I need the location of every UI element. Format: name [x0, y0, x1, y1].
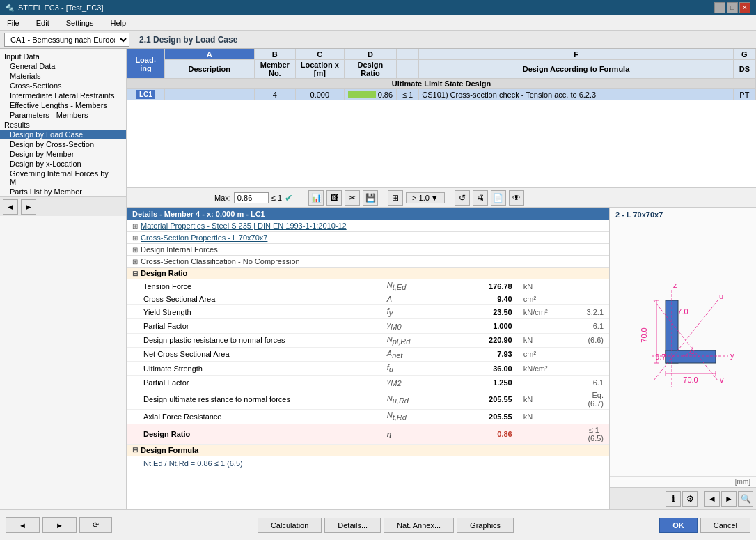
- ratio-row-6: Ultimate Strength fu 36.00 kN/cm²: [127, 361, 609, 375]
- svg-text:y: y: [730, 351, 734, 360]
- ratio-ref-4: (6.6): [572, 333, 609, 347]
- max-value-input[interactable]: [234, 192, 269, 203]
- filter-icon-btn[interactable]: ⊞: [388, 190, 403, 206]
- table-row[interactable]: LC1 4 0.000 0.86 ≤ 1 CS101) Cross-sectio…: [127, 89, 756, 100]
- info-icon-btn[interactable]: ℹ: [666, 491, 681, 507]
- ok-button[interactable]: OK: [659, 518, 698, 533]
- ratio-ref-6: [572, 361, 609, 375]
- cut-icon-btn[interactable]: ✂: [345, 190, 360, 206]
- sidebar-nav-prev[interactable]: ◄: [3, 199, 18, 215]
- cell-formula: CS101) Cross-section check - Tension acc…: [419, 89, 734, 100]
- ratio-sym-6: fu: [381, 361, 455, 375]
- expand-classification-icon: ⊞: [132, 258, 138, 265]
- details-design-formula-section[interactable]: ⊟ Design Formula: [127, 445, 609, 456]
- subheader-ds: DS: [733, 60, 755, 79]
- expand-material-icon: ⊞: [132, 222, 138, 230]
- details-material-section[interactable]: ⊞ Material Properties - Steel S 235 | DI…: [127, 220, 609, 232]
- sidebar-item-cross-sections[interactable]: Cross-Sections: [0, 81, 126, 91]
- sidebar-item-parameters[interactable]: Parameters - Members: [0, 110, 126, 120]
- minimize-button[interactable]: —: [714, 2, 725, 13]
- filter-dropdown[interactable]: > 1.0 ▼: [406, 192, 445, 203]
- right-icon-btn[interactable]: ►: [721, 491, 737, 507]
- sidebar-item-design-load-case[interactable]: Design by Load Case: [0, 130, 126, 139]
- expand-internal-forces-icon: ⊞: [132, 246, 138, 254]
- case-dropdown[interactable]: CA1 - Bemessung nach Eurococ: [4, 33, 129, 47]
- sidebar-item-effective-lengths[interactable]: Effective Lengths - Members: [0, 100, 126, 110]
- sidebar-section-results[interactable]: Results: [0, 120, 126, 130]
- leq-label: ≤ 1: [271, 194, 282, 202]
- sidebar-nav-next[interactable]: ►: [21, 199, 36, 215]
- details-left-panel: Details - Member 4 - x: 0.000 m - LC1 ⊞ …: [127, 208, 610, 509]
- ratio-ref-9: [572, 410, 609, 424]
- cell-description: [164, 89, 254, 100]
- ratio-unit-10: [518, 424, 572, 444]
- ratio-sym-0: Nt,Ed: [381, 279, 455, 293]
- main-panel: Load-ing A B C D F G Description Member …: [127, 49, 756, 509]
- sidebar-item-governing-internal-forces[interactable]: Governing Internal Forces by M: [0, 169, 126, 187]
- check-icon: ✔: [285, 192, 293, 203]
- sidebar-item-parts-list[interactable]: Parts List by Member: [0, 187, 126, 196]
- zoom-icon-btn[interactable]: 🔍: [738, 491, 753, 507]
- ratio-name-10: Design Ratio: [127, 424, 381, 444]
- graphics-button[interactable]: Graphics: [457, 518, 514, 533]
- sidebar-item-design-x-location[interactable]: Design by x-Location: [0, 159, 126, 169]
- left-icon-btn[interactable]: ◄: [704, 491, 720, 507]
- menu-edit[interactable]: Edit: [32, 17, 54, 29]
- ratio-sym-3: γM0: [381, 319, 455, 333]
- nav-prev-button[interactable]: ◄: [6, 517, 40, 533]
- sidebar-section-input[interactable]: Input Data: [0, 52, 126, 61]
- nat-annex-button[interactable]: Nat. Annex...: [384, 518, 454, 533]
- settings-icon-btn[interactable]: ⚙: [682, 491, 698, 507]
- cross-section-link[interactable]: Cross-Section Properties - L 70x70x7: [141, 233, 267, 242]
- sidebar-bottom-toolbar: ◄ ►: [0, 196, 126, 216]
- bottom-bar: ◄ ► ⟳ Calculation Details... Nat. Annex.…: [0, 509, 756, 540]
- ratio-name-4: Design plastic resistance to normal forc…: [127, 333, 381, 347]
- details-internal-forces-section[interactable]: ⊞ Design Internal Forces: [127, 244, 609, 256]
- material-link[interactable]: Material Properties - Steel S 235 | DIN …: [141, 222, 347, 230]
- window-title: STEEL EC3 - [Test_EC3]: [18, 3, 103, 12]
- ratio-name-0: Tension Force: [127, 279, 381, 293]
- sidebar-item-general[interactable]: General Data: [0, 61, 126, 71]
- header-bar: CA1 - Bemessung nach Eurococ 2.1 Design …: [0, 31, 756, 49]
- sidebar-item-design-cross-section[interactable]: Design by Cross-Section: [0, 139, 126, 149]
- table-toolbar: Max: ≤ 1 ✔ 📊 🖼 ✂ 💾 ⊞ > 1.0 ▼ ↺ 🖨 📄: [127, 188, 756, 208]
- ratio-sym-8: Nu,Rd: [381, 389, 455, 410]
- ratio-val-4: 220.90: [454, 333, 517, 347]
- details-right-panel: 2 - L 70x70x7: [610, 208, 756, 509]
- calculation-button[interactable]: Calculation: [258, 518, 322, 533]
- cell-ds: PT: [733, 89, 755, 100]
- ratio-unit-6: kN/cm²: [518, 361, 572, 375]
- sidebar-item-design-member[interactable]: Design by Member: [0, 149, 126, 159]
- image-icon-btn[interactable]: 🖼: [326, 190, 342, 206]
- right-toolbar: ℹ ⚙ ◄ ► 🔍: [610, 487, 756, 509]
- ratio-unit-7: [518, 376, 572, 389]
- details-button[interactable]: Details...: [324, 518, 381, 533]
- close-button[interactable]: ✕: [739, 2, 750, 13]
- cell-ratio: 0.86: [344, 89, 396, 100]
- ratio-name-6: Ultimate Strength: [127, 361, 381, 375]
- menu-settings[interactable]: Settings: [62, 17, 98, 29]
- details-classification-section[interactable]: ⊞ Cross-Section Classification - No Comp…: [127, 256, 609, 268]
- maximize-button[interactable]: □: [727, 2, 738, 13]
- sidebar-item-materials[interactable]: Materials: [0, 71, 126, 81]
- chart-icon-btn[interactable]: 📊: [308, 190, 324, 206]
- ratio-val-6: 36.00: [454, 361, 517, 375]
- sidebar-item-lateral-restraints[interactable]: Intermediate Lateral Restraints: [0, 91, 126, 100]
- window-controls[interactable]: — □ ✕: [714, 2, 750, 13]
- report-icon-btn[interactable]: 📄: [491, 190, 506, 206]
- ratio-val-2: 23.50: [454, 305, 517, 319]
- menu-help[interactable]: Help: [106, 17, 130, 29]
- refresh-button[interactable]: ⟳: [79, 517, 112, 533]
- menu-file[interactable]: File: [3, 17, 24, 29]
- view-icon-btn[interactable]: 👁: [509, 190, 524, 206]
- ratio-val-5: 7.93: [454, 347, 517, 361]
- ratio-name-8: Design ultimate resistance to normal for…: [127, 389, 381, 410]
- print-icon-btn[interactable]: 🖨: [473, 190, 488, 206]
- save-icon-btn[interactable]: 💾: [363, 190, 378, 206]
- cancel-button[interactable]: Cancel: [700, 518, 750, 533]
- details-design-ratio-section[interactable]: ⊟ Design Ratio: [127, 268, 609, 279]
- details-cross-section-section[interactable]: ⊞ Cross-Section Properties - L 70x70x7: [127, 232, 609, 244]
- subheader-e: [397, 60, 419, 79]
- nav-next-button[interactable]: ►: [42, 517, 77, 533]
- refresh-icon-btn[interactable]: ↺: [455, 190, 470, 206]
